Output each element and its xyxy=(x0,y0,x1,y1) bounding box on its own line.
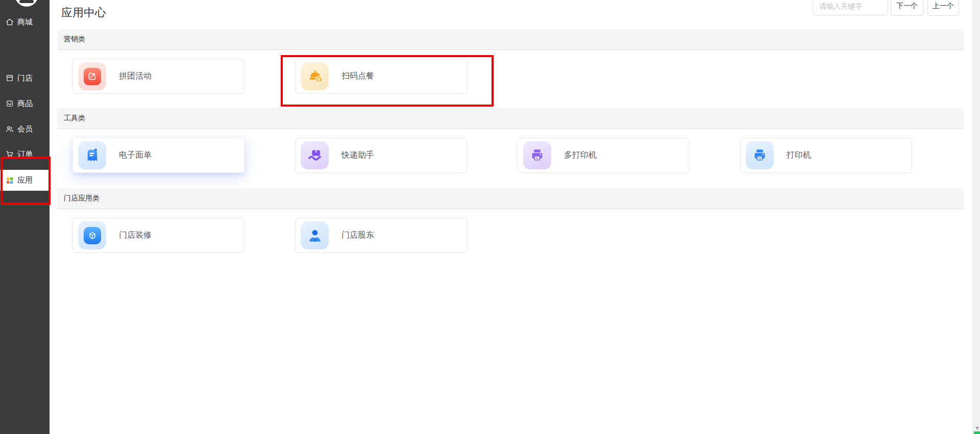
sidebar-item-label: 商城 xyxy=(17,17,33,27)
main-content: 应用中心 下一个 上一个 营销类 拼团活动 xyxy=(50,0,973,434)
card-row: 拼团活动 ¥ 扫码点餐 xyxy=(72,59,467,94)
courier-helper-icon xyxy=(306,147,324,164)
printer-icon xyxy=(751,147,768,164)
sidebar-item-label: 应用 xyxy=(17,175,33,185)
section-title: 门店应用类 xyxy=(64,194,100,203)
apps-grid-icon xyxy=(5,176,14,185)
app-icon xyxy=(301,221,329,249)
page-title: 应用中心 xyxy=(61,5,106,20)
app-icon xyxy=(523,141,551,169)
sidebar: 商城 门店 商品 会员 订单 xyxy=(0,0,50,434)
sidebar-item-goods[interactable]: 商品 xyxy=(0,93,50,114)
app-icon xyxy=(78,62,106,90)
app-card-courier-helper[interactable]: 快递助手 xyxy=(295,138,467,173)
card-row: 电子面单 快递助手 xyxy=(72,138,912,173)
avatar[interactable] xyxy=(15,0,38,7)
app-center-page: 商城 门店 商品 会员 订单 xyxy=(0,0,980,434)
app-card-multi-printer[interactable]: 多打印机 xyxy=(518,138,690,173)
store-decoration-icon xyxy=(84,227,101,244)
sidebar-item-label: 订单 xyxy=(17,149,33,159)
app-card-label: 门店装修 xyxy=(119,230,152,241)
app-card-label: 打印机 xyxy=(787,150,811,161)
store-shareholder-icon xyxy=(306,226,324,245)
app-icon xyxy=(746,141,774,169)
app-card-label: 电子面单 xyxy=(119,150,152,161)
app-card-label: 拼团活动 xyxy=(119,71,152,82)
app-icon xyxy=(301,141,329,169)
scan-order-icon: ¥ xyxy=(306,67,324,86)
app-card-label: 门店股东 xyxy=(341,230,374,241)
group-buy-icon xyxy=(84,68,101,85)
app-card-scan-order[interactable]: ¥ 扫码点餐 xyxy=(295,59,467,94)
app-card-store-decoration[interactable]: 门店装修 xyxy=(72,218,244,253)
scroll-down-arrow-icon[interactable]: ▼ xyxy=(974,425,979,431)
storefront-icon xyxy=(5,73,14,83)
sidebar-item-orders[interactable]: 订单 xyxy=(0,144,50,164)
section-header-marketing: 营销类 xyxy=(57,29,964,50)
sidebar-item-label: 会员 xyxy=(17,124,33,134)
section-title: 工具类 xyxy=(64,114,85,123)
multi-printer-icon xyxy=(529,147,546,164)
card-row: 门店装修 门店股东 xyxy=(72,218,467,253)
next-button[interactable]: 下一个 xyxy=(891,0,923,16)
svg-text:¥: ¥ xyxy=(317,76,320,82)
app-card-waybill[interactable]: 电子面单 xyxy=(72,138,244,173)
app-card-group-buy[interactable]: 拼团活动 xyxy=(72,59,244,94)
section-title: 营销类 xyxy=(64,35,85,44)
app-icon xyxy=(78,141,106,169)
app-card-label: 扫码点餐 xyxy=(341,71,374,82)
members-icon xyxy=(5,124,14,134)
waybill-icon xyxy=(84,147,101,164)
app-card-label: 多打印机 xyxy=(564,150,597,161)
prev-button[interactable]: 上一个 xyxy=(927,0,959,16)
scroll-widget-green-bar xyxy=(974,431,980,434)
app-icon: ¥ xyxy=(301,62,329,90)
cart-icon xyxy=(5,149,14,159)
app-card-printer[interactable]: 打印机 xyxy=(740,138,912,173)
sidebar-item-apps[interactable]: 应用 xyxy=(0,170,50,191)
sidebar-item-members[interactable]: 会员 xyxy=(0,119,50,139)
sidebar-item-label: 商品 xyxy=(17,99,33,109)
section-header-tools: 工具类 xyxy=(57,108,964,129)
search-input[interactable] xyxy=(813,0,888,15)
sidebar-item-mall[interactable]: 商城 xyxy=(0,12,50,32)
home-icon xyxy=(5,17,14,27)
sidebar-item-label: 门店 xyxy=(17,73,33,83)
app-icon xyxy=(78,221,106,249)
avatar-logo xyxy=(19,0,34,3)
goods-icon xyxy=(5,99,14,108)
app-card-label: 快递助手 xyxy=(341,150,374,161)
section-header-store-apps: 门店应用类 xyxy=(57,188,964,209)
scrollbar-track[interactable]: ▼ xyxy=(973,0,980,434)
app-card-store-shareholder[interactable]: 门店股东 xyxy=(295,218,467,253)
sidebar-item-store[interactable]: 门店 xyxy=(0,68,50,88)
